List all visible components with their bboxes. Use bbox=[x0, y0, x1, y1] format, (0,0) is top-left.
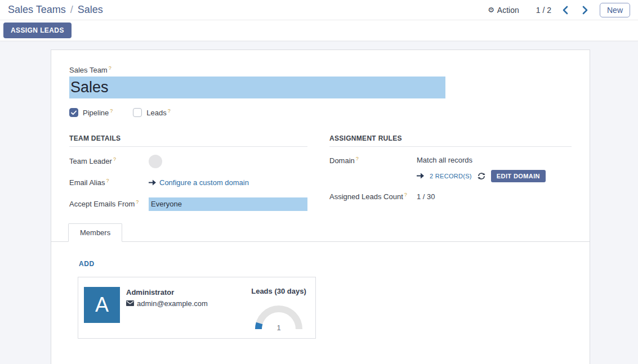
accept-emails-label: Accept Emails From? bbox=[69, 199, 149, 208]
team-leader-help-icon[interactable]: ? bbox=[113, 156, 116, 162]
team-details-title: TEAM DETAILS bbox=[69, 134, 307, 147]
gauge-value: 1 bbox=[251, 323, 307, 332]
form-sheet: Sales Team? Sales Pipeline? Leads? TEAM … bbox=[51, 50, 590, 364]
leads-gauge-chart: 1 bbox=[251, 303, 307, 333]
arrow-right-icon bbox=[149, 179, 156, 186]
email-alias-row: Email Alias? Configure a custom domain bbox=[69, 176, 307, 190]
edit-domain-button[interactable]: EDIT DOMAIN bbox=[491, 170, 546, 182]
pipeline-checkbox[interactable] bbox=[69, 108, 78, 117]
status-bar: ASSIGN LEADS bbox=[0, 20, 638, 41]
leads-checkbox-label: Leads? bbox=[146, 108, 170, 117]
member-email-text: admin@example.com bbox=[137, 299, 208, 308]
domain-label: Domain? bbox=[329, 155, 417, 165]
leads-help-icon[interactable]: ? bbox=[168, 108, 171, 114]
assigned-leads-label: Assigned Leads Count? bbox=[329, 192, 417, 201]
member-avatar: A bbox=[84, 287, 120, 323]
feature-checkbox-row: Pipeline? Leads? bbox=[69, 108, 572, 117]
team-name-label: Sales Team? bbox=[69, 65, 572, 74]
assigned-leads-value: 1 / 30 bbox=[417, 192, 435, 201]
tab-members[interactable]: Members bbox=[68, 223, 122, 242]
new-record-button[interactable]: New bbox=[600, 3, 630, 17]
team-details-group: TEAM DETAILS Team Leader? Email Alias? C… bbox=[69, 134, 307, 211]
action-menu-button[interactable]: ⚙ Action bbox=[488, 6, 519, 15]
records-count-link[interactable]: 2 RECORD(S) bbox=[430, 173, 472, 179]
assign-leads-button[interactable]: ASSIGN LEADS bbox=[3, 23, 72, 38]
members-tab-content: ADD A Administrator admin@example.com Le… bbox=[69, 242, 572, 339]
content-area: Sales Team? Sales Pipeline? Leads? TEAM … bbox=[0, 41, 638, 364]
email-alias-help-icon[interactable]: ? bbox=[106, 178, 109, 183]
notebook-tabs: Members bbox=[51, 223, 590, 242]
team-leader-avatar[interactable] bbox=[149, 155, 162, 168]
domain-help-icon[interactable]: ? bbox=[356, 156, 359, 161]
accept-emails-select[interactable]: Everyone bbox=[149, 197, 307, 211]
arrow-right-icon bbox=[417, 173, 424, 179]
chevron-left-icon bbox=[562, 6, 568, 15]
team-name-input[interactable]: Sales bbox=[69, 77, 445, 98]
envelope-icon bbox=[126, 300, 134, 306]
breadcrumb-current: Sales bbox=[78, 4, 103, 16]
pager-next-button[interactable] bbox=[579, 4, 592, 16]
team-leader-row: Team Leader? bbox=[69, 155, 307, 168]
gear-icon: ⚙ bbox=[488, 6, 494, 14]
configure-domain-link[interactable]: Configure a custom domain bbox=[149, 178, 249, 187]
breadcrumb-separator: / bbox=[70, 4, 73, 16]
email-alias-label: Email Alias? bbox=[69, 178, 149, 187]
accept-emails-row: Accept Emails From? Everyone bbox=[69, 197, 307, 211]
top-bar: Sales Teams / Sales ⚙ Action 1 / 2 New bbox=[0, 0, 638, 20]
add-member-button[interactable]: ADD bbox=[78, 260, 95, 268]
action-menu-label: Action bbox=[497, 6, 519, 15]
breadcrumb-parent[interactable]: Sales Teams bbox=[8, 4, 66, 16]
member-card[interactable]: A Administrator admin@example.com Leads … bbox=[78, 277, 316, 339]
team-leader-label: Team Leader? bbox=[69, 156, 149, 165]
assigned-leads-help-icon[interactable]: ? bbox=[404, 192, 407, 197]
pipeline-checkbox-label: Pipeline? bbox=[83, 108, 113, 117]
accept-emails-help-icon[interactable]: ? bbox=[136, 199, 139, 205]
team-name-help-icon[interactable]: ? bbox=[109, 65, 111, 71]
assigned-leads-row: Assigned Leads Count? 1 / 30 bbox=[329, 190, 572, 204]
chevron-right-icon bbox=[582, 6, 588, 15]
gauge-title: Leads (30 days) bbox=[251, 287, 307, 295]
domain-row: Domain? Match all records 2 RECORD(S) ED… bbox=[329, 155, 572, 182]
pipeline-help-icon[interactable]: ? bbox=[110, 108, 113, 114]
domain-value: Match all records bbox=[417, 156, 472, 164]
assignment-rules-title: ASSIGNMENT RULES bbox=[329, 134, 572, 147]
leads-checkbox[interactable] bbox=[133, 108, 142, 117]
pager-count: 1 / 2 bbox=[536, 6, 551, 15]
check-icon bbox=[71, 110, 77, 115]
refresh-icon[interactable] bbox=[478, 172, 485, 180]
pager-previous-button[interactable] bbox=[559, 4, 572, 16]
assignment-rules-group: ASSIGNMENT RULES Domain? Match all recor… bbox=[329, 134, 572, 211]
breadcrumb: Sales Teams / Sales bbox=[8, 4, 103, 16]
member-name: Administrator bbox=[126, 288, 251, 296]
